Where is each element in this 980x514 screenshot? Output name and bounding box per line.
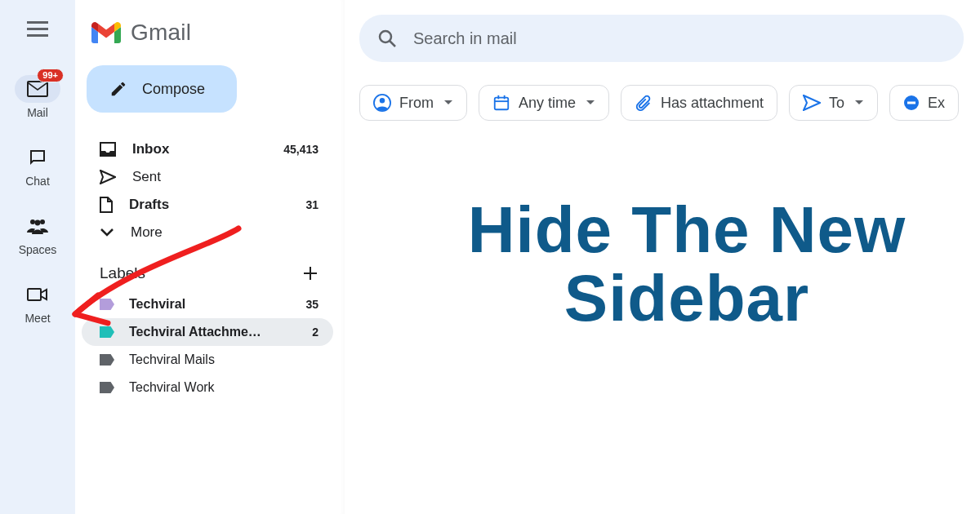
label-color-icon — [100, 354, 114, 366]
svg-line-7 — [390, 41, 395, 47]
search-icon — [377, 29, 397, 48]
minus-circle-icon — [903, 95, 920, 111]
nav-panel: Gmail Compose Inbox 45,413 Sent Drafts 3… — [75, 0, 345, 514]
svg-rect-2 — [27, 34, 48, 37]
rail-label: Mail — [27, 106, 48, 119]
chip-to[interactable]: To — [789, 85, 878, 121]
search-bar[interactable]: Search in mail — [359, 15, 964, 62]
folder-label: Sent — [132, 169, 318, 185]
rail-label: Chat — [25, 175, 50, 188]
svg-rect-0 — [27, 21, 48, 24]
svg-point-6 — [380, 31, 391, 42]
label-name: Techviral — [129, 297, 291, 312]
chip-anytime[interactable]: Any time — [479, 85, 609, 121]
rail-item-chat[interactable]: Chat — [8, 144, 67, 188]
labels-header: Labels — [82, 246, 333, 290]
chat-icon — [15, 144, 60, 171]
labels-title: Labels — [100, 264, 145, 282]
chip-attachment[interactable]: Has attachment — [621, 85, 777, 121]
rail-item-meet[interactable]: Meet — [8, 281, 67, 325]
folder-sent[interactable]: Sent — [82, 163, 333, 191]
label-color-icon — [100, 382, 114, 393]
hero-overlay-text: Hide The New Sidebar — [394, 196, 980, 333]
rail-item-spaces[interactable]: Spaces — [8, 212, 67, 256]
folder-label: Drafts — [129, 197, 289, 213]
send-icon — [803, 95, 821, 111]
hamburger-icon — [27, 21, 48, 38]
drafts-icon — [100, 197, 113, 213]
label-count: 2 — [312, 326, 318, 339]
folder-label: Inbox — [132, 141, 267, 157]
folder-inbox[interactable]: Inbox 45,413 — [82, 135, 333, 163]
chip-label: From — [399, 95, 434, 112]
caret-down-icon — [443, 100, 453, 106]
rail-label: Meet — [24, 312, 50, 325]
label-item[interactable]: Techviral Work — [82, 374, 333, 401]
chip-exclude[interactable]: Ex — [889, 85, 959, 121]
label-name: Techviral Work — [129, 380, 318, 395]
caret-down-icon — [586, 100, 595, 106]
sent-icon — [100, 170, 116, 184]
svg-rect-15 — [907, 102, 915, 104]
folder-count: 45,413 — [283, 143, 318, 156]
label-item[interactable]: Techviral Attachme… 2 — [82, 318, 333, 346]
spaces-icon — [15, 212, 60, 240]
app-root: 99+ Mail Chat Spaces Meet — [0, 0, 980, 514]
left-rail: 99+ Mail Chat Spaces Meet — [0, 0, 75, 514]
brand-name: Gmail — [131, 20, 191, 46]
caret-down-icon — [854, 100, 864, 106]
chip-label: To — [829, 95, 844, 112]
svg-point-4 — [40, 219, 45, 224]
chip-label: Any time — [519, 95, 576, 112]
rail-item-mail[interactable]: 99+ Mail — [8, 75, 67, 119]
folder-list: Inbox 45,413 Sent Drafts 31 More — [82, 135, 333, 246]
mail-badge: 99+ — [37, 69, 64, 82]
calendar-icon — [492, 94, 510, 112]
rail-label: Spaces — [19, 243, 57, 256]
folder-drafts[interactable]: Drafts 31 — [82, 191, 333, 219]
folder-more[interactable]: More — [82, 219, 333, 246]
meet-icon — [15, 281, 60, 308]
main-area: Search in mail From Any time Has attachm… — [345, 0, 980, 514]
label-item[interactable]: Techviral Mails — [82, 346, 333, 374]
pencil-icon — [109, 80, 127, 98]
person-icon — [373, 94, 391, 112]
chip-label: Ex — [928, 95, 945, 112]
svg-point-5 — [35, 220, 41, 226]
chevron-down-icon — [100, 228, 114, 237]
inbox-icon — [100, 142, 116, 157]
filter-chips: From Any time Has attachment To Ex — [359, 85, 980, 121]
svg-rect-1 — [27, 28, 48, 30]
label-color-icon — [100, 326, 114, 338]
label-count: 35 — [305, 298, 318, 311]
hero-line-2: Sidebar — [394, 264, 980, 333]
paperclip-icon — [635, 94, 653, 112]
folder-label: More — [131, 224, 318, 241]
mail-icon: 99+ — [15, 75, 60, 103]
compose-label: Compose — [142, 81, 205, 98]
brand: Gmail — [91, 20, 327, 46]
svg-point-3 — [30, 219, 35, 224]
svg-point-9 — [380, 98, 385, 103]
chip-from[interactable]: From — [359, 85, 467, 121]
label-name: Techviral Attachme… — [129, 325, 297, 339]
svg-rect-10 — [495, 98, 509, 110]
gmail-logo-icon — [91, 21, 121, 44]
label-item[interactable]: Techviral 35 — [82, 290, 333, 318]
label-name: Techviral Mails — [129, 352, 318, 367]
chip-label: Has attachment — [661, 95, 764, 112]
menu-button[interactable] — [27, 21, 48, 38]
folder-count: 31 — [305, 198, 318, 211]
search-placeholder: Search in mail — [413, 29, 517, 48]
compose-button[interactable]: Compose — [87, 65, 237, 113]
add-label-button[interactable] — [302, 265, 318, 281]
label-color-icon — [100, 299, 114, 310]
labels-list: Techviral 35 Techviral Attachme… 2 Techv… — [82, 290, 333, 401]
hero-line-1: Hide The New — [394, 196, 980, 264]
